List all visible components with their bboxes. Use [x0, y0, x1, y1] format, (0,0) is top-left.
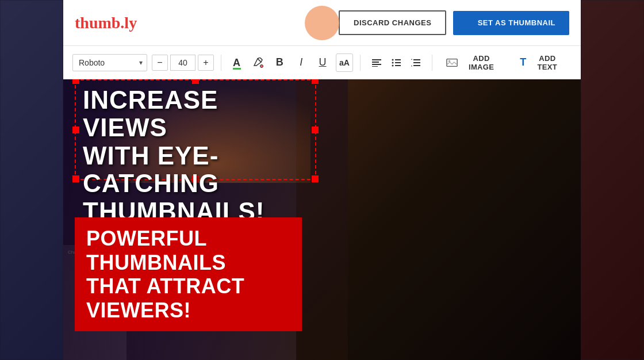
- svg-point-5: [392, 59, 393, 60]
- header-actions: DISCARD CHANGES T SET AS THUMBNAIL: [339, 10, 569, 35]
- thumbnail-t-icon: T: [467, 18, 473, 28]
- text-color-letter: A: [233, 58, 240, 68]
- add-text-label: ADD TEXT: [530, 54, 565, 71]
- discard-button[interactable]: DISCARD CHANGES: [339, 10, 446, 35]
- decrease-size-button[interactable]: −: [152, 55, 168, 71]
- bullet-list-button[interactable]: [387, 53, 405, 72]
- align-group: [367, 53, 425, 72]
- paint-bucket-icon: [253, 58, 263, 68]
- line-spacing-icon: [411, 59, 420, 67]
- divider-1: [221, 55, 221, 71]
- italic-button[interactable]: I: [293, 53, 309, 72]
- align-left-button[interactable]: [367, 53, 386, 72]
- heading-line-1: INCREASE VIEWS: [83, 86, 218, 141]
- size-control: − +: [152, 55, 214, 71]
- main-heading[interactable]: INCREASE VIEWS WITH EYE-CATCHING THUMBNA…: [75, 79, 316, 232]
- add-text-t-icon: T: [520, 56, 526, 68]
- paint-bucket-button[interactable]: [250, 53, 266, 72]
- bg-left-panel: [0, 0, 63, 360]
- underline-button[interactable]: U: [314, 53, 331, 72]
- svg-point-6: [392, 62, 393, 63]
- font-size-input[interactable]: [170, 55, 195, 71]
- font-select[interactable]: Roboto Arial Impact: [72, 54, 147, 71]
- color-picker-circle[interactable]: [305, 6, 339, 40]
- font-select-wrapper: Roboto Arial Impact ▾: [72, 54, 147, 71]
- banner-line-2: THAT ATTRACT VIEWERS!: [86, 274, 244, 321]
- text-color-button[interactable]: A: [228, 53, 245, 72]
- svg-point-7: [392, 64, 393, 66]
- banner-text: POWERFUL THUMBNAILS THAT ATTRACT VIEWERS…: [86, 227, 290, 322]
- add-text-button[interactable]: T ADD TEXT: [513, 51, 572, 75]
- increase-size-button[interactable]: +: [198, 55, 214, 71]
- bold-button[interactable]: B: [271, 53, 288, 72]
- canvas-area[interactable]: INCREASE VIEWS WITH EYE-CATCHING THUMBNA…: [63, 79, 581, 360]
- add-image-label: ADD IMAGE: [461, 54, 501, 71]
- set-thumbnail-button[interactable]: T SET AS THUMBNAIL: [453, 11, 569, 35]
- header: thumb.ly DISCARD CHANGES T SET AS THUMBN…: [63, 0, 581, 46]
- toolbar: Roboto Arial Impact ▾ − + A B: [63, 46, 581, 79]
- case-toggle-button[interactable]: aA: [336, 53, 353, 72]
- svg-point-0: [260, 64, 263, 67]
- align-left-icon: [372, 59, 381, 67]
- add-image-button[interactable]: ADD IMAGE: [439, 51, 508, 75]
- heading-line-2: WITH EYE-CATCHING: [83, 141, 219, 197]
- heading-text: INCREASE VIEWS WITH EYE-CATCHING THUMBNA…: [83, 86, 308, 225]
- text-color-underline: [233, 68, 241, 70]
- svg-rect-14: [447, 59, 457, 66]
- bg-right-panel: [581, 0, 644, 360]
- divider-2: [360, 55, 361, 71]
- divider-3: [432, 55, 432, 71]
- red-banner[interactable]: POWERFUL THUMBNAILS THAT ATTRACT VIEWERS…: [75, 217, 302, 331]
- set-thumbnail-label: SET AS THUMBNAIL: [478, 18, 555, 27]
- bullet-list-icon: [392, 59, 401, 67]
- logo: thumb.ly: [75, 14, 137, 32]
- add-image-icon: [446, 58, 458, 67]
- editor-container: thumb.ly DISCARD CHANGES T SET AS THUMBN…: [63, 0, 581, 360]
- banner-line-1: POWERFUL THUMBNAILS: [86, 227, 226, 274]
- line-spacing-button[interactable]: [407, 53, 425, 72]
